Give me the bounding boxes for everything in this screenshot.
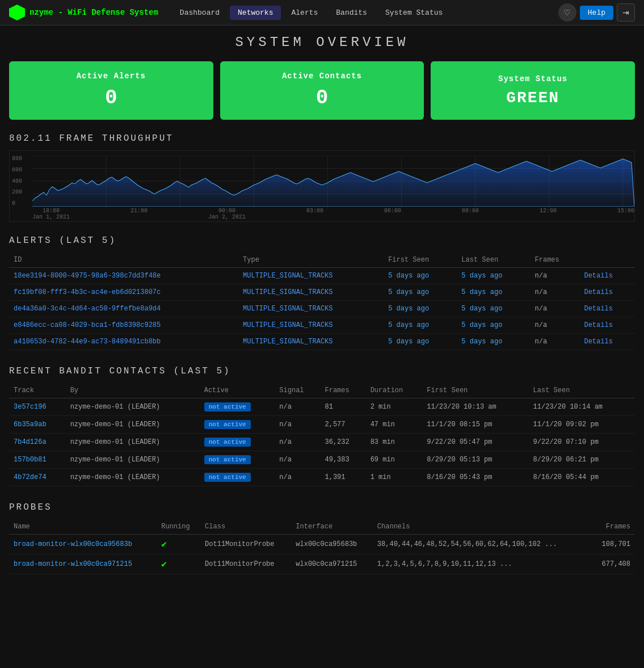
nav-networks[interactable]: Networks (230, 6, 281, 20)
nav-dashboard[interactable]: Dashboard (172, 6, 228, 20)
nav-bandits[interactable]: Bandits (328, 6, 375, 20)
alert-type[interactable]: MULTIPLE_SIGNAL_TRACKS (238, 284, 384, 301)
bandits-col-frames: Frames (321, 383, 366, 398)
bandit-frames: 81 (321, 398, 366, 416)
nav-alerts[interactable]: Alerts (283, 6, 326, 20)
probe-interface: wlx00c0ca95683b (291, 535, 373, 554)
bandit-last-seen: 8/29/20 06:21 pm (529, 451, 635, 469)
alert-type[interactable]: MULTIPLE_SIGNAL_TRACKS (238, 317, 384, 334)
alert-details-link[interactable]: Details (579, 317, 635, 334)
chart-x-label-1: 21:00 (131, 208, 148, 220)
alert-type[interactable]: MULTIPLE_SIGNAL_TRACKS (238, 268, 384, 284)
alert-id[interactable]: de4a36a0-3c4c-4d64-ac50-9ffefbe8a9d4 (9, 301, 238, 317)
alert-first-seen: 5 days ago (384, 301, 457, 317)
navbar: nzyme - WiFi Defense System Dashboard Ne… (0, 0, 644, 26)
bandit-last-seen: 8/16/20 05:44 pm (529, 469, 635, 486)
bandit-first-seen: 11/1/20 08:15 pm (422, 416, 528, 434)
alert-id[interactable]: e8486ecc-ca08-4029-bca1-fdb8398c9285 (9, 317, 238, 334)
bandits-col-active: Active (200, 383, 275, 398)
bandit-signal: n/a (275, 398, 320, 416)
probes-col-channels: Channels (373, 519, 591, 535)
bandit-track: 4b72de74 (9, 469, 66, 486)
probe-channels: 38,40,44,46,48,52,54,56,60,62,64,100,102… (373, 535, 591, 554)
active-alerts-label: Active Alerts (77, 72, 146, 81)
alert-type[interactable]: MULTIPLE_SIGNAL_TRACKS (238, 301, 384, 317)
probe-class: Dot11MonitorProbe (200, 554, 291, 574)
bandit-frames: 49,383 (321, 451, 366, 469)
active-badge: not active (204, 420, 251, 429)
bandit-active: not active (200, 469, 275, 486)
alerts-title: ALERTS (LAST 5) (9, 236, 635, 246)
alert-first-seen: 5 days ago (384, 268, 457, 284)
alerts-col-id: ID (9, 253, 238, 268)
help-button[interactable]: Help (580, 6, 613, 20)
chart-x-label-2: 00:00Jan 2, 2021 (208, 208, 246, 220)
alerts-col-action (579, 253, 635, 268)
alerts-col-frames: Frames (531, 253, 580, 268)
alert-last-seen: 5 days ago (457, 268, 530, 284)
bandit-signal: n/a (275, 451, 320, 469)
probes-col-class: Class (200, 519, 291, 535)
system-status-value: GREEN (506, 89, 559, 107)
bandits-col-track: Track (9, 383, 66, 398)
chart-y-labels: 800 600 400 200 0 (10, 156, 24, 207)
system-status-label: System Status (498, 74, 567, 83)
table-row: 7b4d126a nzyme-demo-01 (LEADER) not acti… (9, 434, 635, 451)
alert-type[interactable]: MULTIPLE_SIGNAL_TRACKS (238, 334, 384, 350)
probe-class: Dot11MonitorProbe (200, 535, 291, 554)
table-row: 6b35a9ab nzyme-demo-01 (LEADER) not acti… (9, 416, 635, 434)
alert-first-seen: 5 days ago (384, 317, 457, 334)
table-row: 4b72de74 nzyme-demo-01 (LEADER) not acti… (9, 469, 635, 486)
active-contacts-value: 0 (316, 86, 329, 110)
alert-id[interactable]: a410653d-4782-44e9-ac73-8489491cb8bb (9, 334, 238, 350)
alert-frames: n/a (531, 334, 580, 350)
alert-id[interactable]: fc19bf08-fff3-4b3c-ac4e-eb6d0213807c (9, 284, 238, 301)
alert-last-seen: 5 days ago (457, 317, 530, 334)
table-row: fc19bf08-fff3-4b3c-ac4e-eb6d0213807c MUL… (9, 284, 635, 301)
nav-links: Dashboard Networks Alerts Bandits System… (172, 6, 554, 20)
probe-channels: 1,2,3,4,5,6,7,8,9,10,11,12,13 ... (373, 554, 591, 574)
alert-details-link[interactable]: Details (579, 268, 635, 284)
table-row: a410653d-4782-44e9-ac73-8489491cb8bb MUL… (9, 334, 635, 350)
heart-icon-button[interactable]: ♡ (558, 3, 576, 22)
table-row: broad-monitor-wlx00c0ca95683b ✔ Dot11Mon… (9, 535, 635, 554)
chart-x-labels: 18:00Jan 1, 2021 21:00 00:00Jan 2, 2021 … (32, 207, 634, 221)
alert-frames: n/a (531, 301, 580, 317)
alerts-table: ID Type First Seen Last Seen Frames 18ee… (9, 253, 635, 350)
bandits-table-container: Track By Active Signal Frames Duration F… (9, 383, 635, 486)
alert-frames: n/a (531, 284, 580, 301)
bandit-active: not active (200, 416, 275, 434)
alerts-col-last-seen: Last Seen (457, 253, 530, 268)
probes-col-running: Running (157, 519, 200, 535)
probe-running: ✔ (157, 554, 200, 574)
alert-details-link[interactable]: Details (579, 301, 635, 317)
bandit-duration: 1 min (366, 469, 423, 486)
bandit-track: 157b0b81 (9, 451, 66, 469)
alert-details-link[interactable]: Details (579, 334, 635, 350)
bandit-first-seen: 8/29/20 05:13 pm (422, 451, 528, 469)
alerts-table-container: ID Type First Seen Last Seen Frames 18ee… (9, 253, 635, 350)
bandit-track: 7b4d126a (9, 434, 66, 451)
brand-logo-icon (9, 5, 25, 20)
bandits-table: Track By Active Signal Frames Duration F… (9, 383, 635, 486)
bandits-col-duration: Duration (366, 383, 423, 398)
probe-frames: 677,408 (591, 554, 635, 574)
alert-details-link[interactable]: Details (579, 284, 635, 301)
alert-last-seen: 5 days ago (457, 284, 530, 301)
active-contacts-label: Active Contacts (282, 72, 362, 81)
bandits-title: RECENT BANDIT CONTACTS (LAST 5) (9, 366, 635, 376)
alert-id[interactable]: 18ee3194-8000-4975-98a6-398c7dd3f48e (9, 268, 238, 284)
alert-last-seen: 5 days ago (457, 334, 530, 350)
bandit-first-seen: 8/16/20 05:43 pm (422, 469, 528, 486)
bandits-col-first-seen: First Seen (422, 383, 528, 398)
chart-x-label-5: 09:00 (462, 208, 479, 220)
brand-label: nzyme - WiFi Defense System (30, 8, 158, 17)
bandit-by: nzyme-demo-01 (LEADER) (66, 398, 200, 416)
bandit-duration: 83 min (366, 434, 423, 451)
active-badge: not active (204, 473, 251, 482)
nav-system-status[interactable]: System Status (377, 6, 451, 20)
alert-last-seen: 5 days ago (457, 301, 530, 317)
exit-button[interactable]: ⇥ (617, 3, 635, 22)
table-row: broad-monitor-wlx00c0ca971215 ✔ Dot11Mon… (9, 554, 635, 574)
active-alerts-value: 0 (105, 86, 117, 110)
